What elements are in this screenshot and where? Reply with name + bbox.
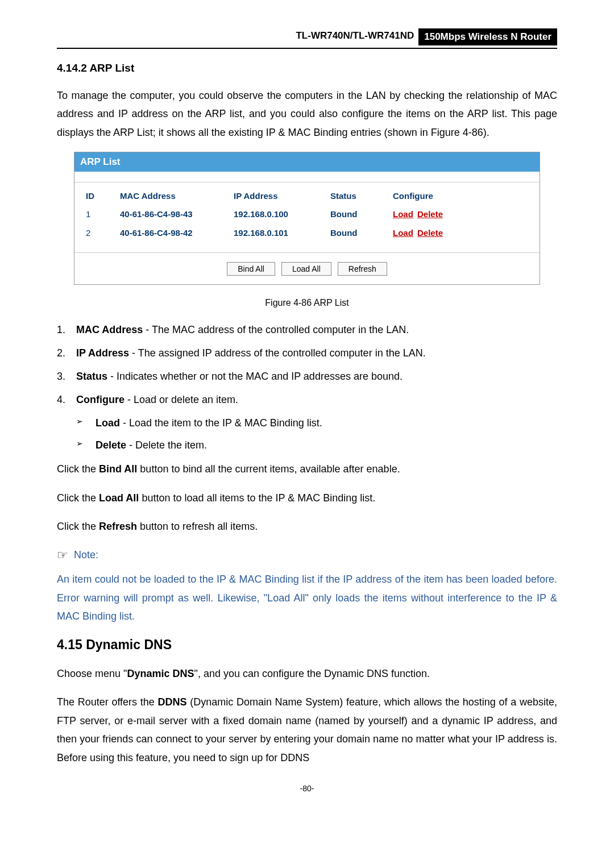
arp-cell-id: 2 — [86, 227, 120, 240]
arp-panel-title: ARP List — [74, 152, 540, 172]
instruction-line: Click the Bind All button to bind all th… — [57, 460, 557, 478]
header-model: TL-WR740N/TL-WR741ND — [296, 28, 414, 45]
note-header: ☞ Note: — [57, 546, 557, 564]
main-heading: 4.15 Dynamic DNS — [57, 635, 557, 655]
arp-cell-config: Load Delete — [393, 208, 478, 221]
arp-load-link[interactable]: Load — [393, 228, 413, 238]
arp-header-ip: IP Address — [234, 190, 330, 203]
instruction-line: Click the Refresh button to refresh all … — [57, 517, 557, 535]
arp-load-link[interactable]: Load — [393, 209, 413, 219]
sublist-item: ➢ Delete - Delete the item. — [76, 438, 557, 453]
pointing-hand-icon: ☞ — [57, 546, 68, 564]
arp-cell-status: Bound — [330, 208, 393, 221]
ddns-paragraph: The Router offers the DDNS (Dynamic Doma… — [57, 693, 557, 767]
sublist-text: Load - Load the item to the IP & MAC Bin… — [96, 416, 557, 431]
bullet-icon: ➢ — [76, 416, 96, 431]
arp-cell-status: Bound — [330, 227, 393, 240]
arp-delete-link[interactable]: Delete — [417, 228, 443, 238]
arp-header-id: ID — [86, 190, 120, 203]
section-heading: 4.14.2 ARP List — [57, 60, 557, 77]
list-text: Configure - Load or delete an item. — [76, 392, 557, 408]
arp-cell-id: 1 — [86, 208, 120, 221]
page-number: -80- — [57, 783, 557, 795]
arp-table-header-row: ID MAC Address IP Address Status Configu… — [86, 187, 528, 206]
note-label: Note: — [74, 547, 98, 563]
list-text: Status - Indicates whether or not the MA… — [76, 369, 557, 384]
definition-item: 3. Status - Indicates whether or not the… — [57, 369, 557, 384]
arp-header-config: Configure — [393, 190, 478, 203]
arp-cell-ip: 192.168.0.100 — [234, 208, 330, 221]
list-text: MAC Address - The MAC address of the con… — [76, 322, 557, 338]
list-number: 1. — [57, 322, 76, 338]
load-all-button[interactable]: Load All — [281, 262, 331, 276]
intro-paragraph: To manage the computer, you could observ… — [57, 86, 557, 142]
refresh-button[interactable]: Refresh — [338, 262, 387, 276]
arp-button-row: Bind All Load All Refresh — [74, 252, 540, 284]
arp-cell-ip: 192.168.0.101 — [234, 227, 330, 240]
definition-item: 2. IP Address - The assigned IP address … — [57, 346, 557, 361]
arp-cell-mac: 40-61-86-C4-98-43 — [120, 208, 234, 221]
arp-cell-mac: 40-61-86-C4-98-42 — [120, 227, 234, 240]
list-number: 4. — [57, 392, 76, 408]
list-number: 2. — [57, 346, 76, 361]
sublist-item: ➢ Load - Load the item to the IP & MAC B… — [76, 416, 557, 431]
sublist-text: Delete - Delete the item. — [96, 438, 557, 453]
arp-delete-link[interactable]: Delete — [417, 209, 443, 219]
arp-list-panel: ARP List ID MAC Address IP Address Statu… — [74, 152, 540, 285]
note-text: An item could not be loaded to the IP & … — [57, 570, 557, 625]
arp-header-mac: MAC Address — [120, 190, 234, 203]
figure-caption: Figure 4-86 ARP List — [57, 296, 557, 310]
ddns-paragraph: Choose menu "Dynamic DNS", and you can c… — [57, 665, 557, 683]
arp-table-row: 1 40-61-86-C4-98-43 192.168.0.100 Bound … — [86, 205, 528, 224]
arp-table: ID MAC Address IP Address Status Configu… — [74, 182, 540, 253]
definition-item: 1. MAC Address - The MAC address of the … — [57, 322, 557, 338]
definition-item: 4. Configure - Load or delete an item. — [57, 392, 557, 408]
arp-spacer — [74, 172, 540, 182]
arp-header-status: Status — [330, 190, 393, 203]
arp-cell-config: Load Delete — [393, 227, 478, 240]
list-number: 3. — [57, 369, 76, 384]
bind-all-button[interactable]: Bind All — [227, 262, 275, 276]
list-text: IP Address - The assigned IP address of … — [76, 346, 557, 361]
header-product: 150Mbps Wireless N Router — [418, 28, 557, 45]
page-header: TL-WR740N/TL-WR741ND 150Mbps Wireless N … — [57, 28, 557, 49]
bullet-icon: ➢ — [76, 438, 96, 453]
instruction-line: Click the Load All button to load all it… — [57, 489, 557, 507]
arp-table-row: 2 40-61-86-C4-98-42 192.168.0.101 Bound … — [86, 224, 528, 243]
